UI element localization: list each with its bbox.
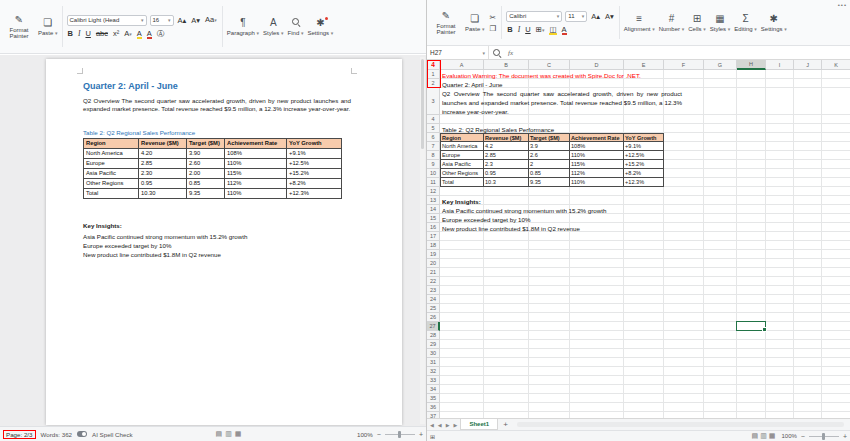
cell-B29[interactable]	[484, 340, 529, 349]
cell-A17[interactable]	[440, 232, 484, 241]
cell-C7[interactable]: 3.9	[529, 142, 570, 151]
cell-B17[interactable]	[484, 232, 529, 241]
cell-G16[interactable]	[704, 223, 737, 232]
cell-F15[interactable]	[664, 214, 704, 223]
cell-A16[interactable]	[440, 223, 484, 232]
cell-H15[interactable]	[737, 214, 766, 223]
cell-F21[interactable]	[664, 268, 704, 277]
cell-G2[interactable]	[704, 79, 737, 88]
cell-G20[interactable]	[704, 259, 737, 268]
cell-J11[interactable]	[794, 178, 822, 187]
cell-C30[interactable]	[529, 349, 570, 358]
cell-H1[interactable]	[737, 70, 766, 79]
cell-A29[interactable]	[440, 340, 484, 349]
cell-F5[interactable]	[664, 124, 704, 133]
cell-A5[interactable]	[440, 124, 484, 133]
editing-menu-button[interactable]: Σ Editing ▾	[732, 12, 759, 34]
cell-A9[interactable]: Asia Pacific	[440, 160, 484, 169]
cell-H30[interactable]	[737, 349, 766, 358]
cell-J15[interactable]	[794, 214, 822, 223]
cell-J33[interactable]	[794, 376, 822, 385]
cell-H12[interactable]	[737, 187, 766, 196]
cell-H36[interactable]	[737, 403, 766, 412]
cell-K8[interactable]	[822, 151, 850, 160]
cell-C19[interactable]	[529, 250, 570, 259]
row-header-36[interactable]: 36	[427, 403, 440, 412]
cell-I24[interactable]	[766, 295, 794, 304]
cell-E27[interactable]	[624, 322, 664, 331]
column-header-C[interactable]: C	[529, 60, 570, 70]
cell-J7[interactable]	[794, 142, 822, 151]
cell-D18[interactable]	[570, 241, 624, 250]
cell-I15[interactable]	[766, 214, 794, 223]
cell-E10[interactable]: +8.2%	[624, 169, 664, 178]
cell-J16[interactable]	[794, 223, 822, 232]
cell-G1[interactable]	[704, 70, 737, 79]
cell-F33[interactable]	[664, 376, 704, 385]
cell-G36[interactable]	[704, 403, 737, 412]
cell-K16[interactable]	[822, 223, 850, 232]
cell-J29[interactable]	[794, 340, 822, 349]
row-header-7[interactable]: 7	[427, 142, 440, 151]
cell-C17[interactable]	[529, 232, 570, 241]
cell-B36[interactable]	[484, 403, 529, 412]
cell-H31[interactable]	[737, 358, 766, 367]
row-header-19[interactable]: 19	[427, 250, 440, 259]
cell-B33[interactable]	[484, 376, 529, 385]
fx-icon[interactable]: fx	[504, 49, 517, 57]
format-painter-button[interactable]: ✎ Format Painter	[429, 9, 463, 37]
cell-D7[interactable]: 108%	[570, 142, 624, 151]
cell-H4[interactable]	[737, 115, 766, 124]
cell-I18[interactable]	[766, 241, 794, 250]
row-header-20[interactable]: 20	[427, 259, 440, 268]
cell-H11[interactable]	[737, 178, 766, 187]
cell-B12[interactable]	[484, 187, 529, 196]
cell-F19[interactable]	[664, 250, 704, 259]
shrink-font-button[interactable]: A▾	[604, 12, 615, 21]
cell-G19[interactable]	[704, 250, 737, 259]
cell-B16[interactable]	[484, 223, 529, 232]
cell-C31[interactable]	[529, 358, 570, 367]
cell-I27[interactable]	[766, 322, 794, 331]
cell-J10[interactable]	[794, 169, 822, 178]
cell-D11[interactable]: 110%	[570, 178, 624, 187]
cell-E3[interactable]	[624, 88, 664, 115]
cell-G8[interactable]	[704, 151, 737, 160]
cell-C11[interactable]: 9.35	[529, 178, 570, 187]
cell-H13[interactable]	[737, 196, 766, 205]
cell-I11[interactable]	[766, 178, 794, 187]
row-header-5[interactable]: 5	[427, 124, 440, 133]
zoom-in-button[interactable]: +	[419, 431, 423, 438]
cell-K9[interactable]	[822, 160, 850, 169]
cell-J22[interactable]	[794, 277, 822, 286]
cell-H8[interactable]	[737, 151, 766, 160]
cell-K3[interactable]	[822, 88, 850, 115]
row-header-2[interactable]: 2	[427, 79, 440, 88]
cell-G26[interactable]	[704, 313, 737, 322]
cell-J14[interactable]	[794, 205, 822, 214]
cell-K34[interactable]	[822, 385, 850, 394]
cell-C24[interactable]	[529, 295, 570, 304]
cell-B13[interactable]	[484, 196, 529, 205]
cell-G13[interactable]	[704, 196, 737, 205]
cell-E28[interactable]	[624, 331, 664, 340]
cell-E20[interactable]	[624, 259, 664, 268]
cell-G21[interactable]	[704, 268, 737, 277]
sheet-nav-prev-icon[interactable]: ◀	[437, 422, 443, 428]
cell-E24[interactable]	[624, 295, 664, 304]
row-header-29[interactable]: 29	[427, 340, 440, 349]
row-header-32[interactable]: 32	[427, 367, 440, 376]
cell-F4[interactable]	[664, 115, 704, 124]
underline-button[interactable]: U	[524, 25, 531, 34]
row-header-18[interactable]: 18	[427, 241, 440, 250]
cell-C34[interactable]	[529, 385, 570, 394]
cell-J6[interactable]	[794, 133, 822, 142]
cell-I4[interactable]	[766, 115, 794, 124]
cell-H20[interactable]	[737, 259, 766, 268]
cell-B28[interactable]	[484, 331, 529, 340]
cell-K2[interactable]	[822, 79, 850, 88]
cell-C10[interactable]: 0.85	[529, 169, 570, 178]
row-header-34[interactable]: 34	[427, 385, 440, 394]
cell-F13[interactable]	[664, 196, 704, 205]
more-options-icon[interactable]: •••	[838, 2, 847, 8]
